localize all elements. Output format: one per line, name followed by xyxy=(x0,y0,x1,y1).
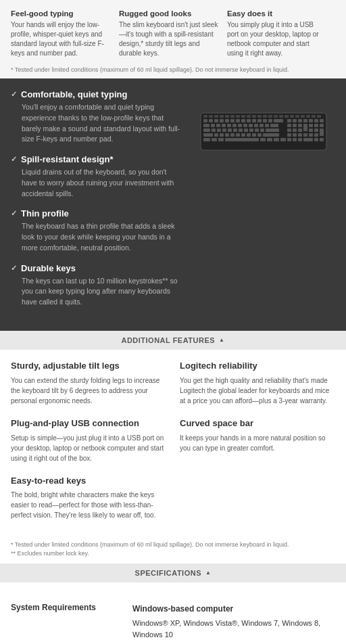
svg-rect-16 xyxy=(285,115,289,118)
feature-durable: Durable keys The keys can last up to 10 … xyxy=(11,263,183,308)
feat-spacebar-desc: It keeps your hands in a more natural po… xyxy=(180,433,335,453)
feat-tilt-legs: Sturdy, adjustable tilt legs You can ext… xyxy=(11,361,166,406)
features-disclaimer: * Tested under limited conditions (maxim… xyxy=(0,538,346,563)
svg-rect-59 xyxy=(298,124,302,127)
svg-rect-90 xyxy=(252,133,256,137)
svg-rect-15 xyxy=(279,115,283,118)
svg-rect-91 xyxy=(257,133,262,137)
svg-rect-60 xyxy=(303,124,307,131)
svg-rect-54 xyxy=(260,124,264,127)
svg-rect-13 xyxy=(268,115,272,118)
specs-section: System Requirements Windows-based comput… xyxy=(0,582,346,644)
dark-features: Comfortable, quiet typing You'll enjoy a… xyxy=(11,89,183,317)
svg-rect-35 xyxy=(268,119,272,122)
svg-rect-69 xyxy=(233,129,237,132)
svg-rect-23 xyxy=(203,119,207,122)
svg-rect-68 xyxy=(228,129,232,132)
svg-rect-82 xyxy=(203,133,213,137)
svg-rect-2 xyxy=(209,115,213,118)
svg-rect-32 xyxy=(252,119,256,122)
specs-header-label: SPECIFICATIONS xyxy=(0,569,346,577)
svg-rect-95 xyxy=(298,133,302,137)
feat-reliability: Logitech reliability You get the high qu… xyxy=(180,361,335,406)
svg-rect-66 xyxy=(217,129,221,132)
banner-col-1: Feel-good typing Your hands will enjoy t… xyxy=(11,9,119,58)
svg-rect-76 xyxy=(287,129,291,132)
svg-rect-64 xyxy=(203,129,210,132)
svg-rect-22 xyxy=(317,115,321,118)
banner-title-2: Rugged good looks xyxy=(119,9,219,18)
features-col-right: Logitech reliability You get the high qu… xyxy=(180,361,335,533)
svg-rect-94 xyxy=(293,133,297,137)
svg-rect-3 xyxy=(214,115,218,118)
svg-rect-21 xyxy=(312,115,316,118)
svg-rect-29 xyxy=(236,119,240,122)
svg-rect-88 xyxy=(241,133,245,137)
svg-rect-17 xyxy=(290,115,294,118)
svg-rect-34 xyxy=(263,119,267,122)
svg-rect-26 xyxy=(220,119,224,122)
svg-rect-97 xyxy=(309,133,313,137)
svg-rect-6 xyxy=(230,115,234,118)
feat-usb: Plug-and-play USB connection Setup is si… xyxy=(11,418,166,463)
svg-rect-8 xyxy=(241,115,245,118)
svg-rect-61 xyxy=(309,124,313,127)
feature-durable-desc: The keys can last up to 10 million keyst… xyxy=(11,276,183,308)
feat-tilt-desc: You can extend the sturdy folding legs t… xyxy=(11,375,166,406)
svg-rect-104 xyxy=(267,138,272,141)
windows-os: Windows® XP, Windows Vista®, Windows 7, … xyxy=(132,618,335,641)
specs-header-bar[interactable]: SPECIFICATIONS xyxy=(0,564,346,582)
feat-tilt-title: Sturdy, adjustable tilt legs xyxy=(11,361,166,372)
svg-rect-110 xyxy=(303,138,313,141)
svg-rect-44 xyxy=(203,124,209,127)
svg-rect-14 xyxy=(274,115,278,118)
svg-rect-81 xyxy=(320,129,324,136)
svg-rect-83 xyxy=(214,133,218,137)
svg-rect-46 xyxy=(216,124,220,127)
feature-thin-desc: The keyboard has a thin profile that add… xyxy=(11,221,183,253)
banner-desc-1: Your hands will enjoy the low-profile, w… xyxy=(11,20,111,58)
keyboard-image-area xyxy=(191,89,335,317)
svg-rect-48 xyxy=(227,124,231,127)
svg-rect-5 xyxy=(225,115,229,118)
feature-spill: Spill-resistant design* Liquid drains ou… xyxy=(11,154,183,199)
svg-rect-112 xyxy=(320,138,324,141)
svg-rect-49 xyxy=(232,124,237,127)
svg-rect-92 xyxy=(263,133,279,137)
svg-rect-36 xyxy=(274,119,283,122)
svg-rect-25 xyxy=(214,119,218,122)
dark-section: Comfortable, quiet typing You'll enjoy a… xyxy=(0,78,346,331)
svg-rect-78 xyxy=(298,129,302,132)
feature-comfortable: Comfortable, quiet typing You'll enjoy a… xyxy=(11,89,183,145)
svg-rect-108 xyxy=(293,138,297,141)
svg-rect-80 xyxy=(314,129,318,132)
svg-rect-107 xyxy=(287,138,291,141)
svg-rect-72 xyxy=(249,129,253,132)
spec-value-system: Windows-based computer Windows® XP, Wind… xyxy=(132,603,335,644)
additional-features-header[interactable]: ADDITIONAL FEATURES xyxy=(0,331,346,350)
banner-title-1: Feel-good typing xyxy=(11,9,111,18)
svg-rect-106 xyxy=(280,138,286,141)
svg-rect-89 xyxy=(247,133,251,137)
svg-rect-100 xyxy=(212,138,217,141)
disclaimer-line-1: * Tested under limited conditions (maxim… xyxy=(11,540,335,549)
keyboard-illustration xyxy=(199,110,328,154)
svg-rect-93 xyxy=(287,133,291,137)
svg-rect-41 xyxy=(309,119,313,122)
svg-rect-1 xyxy=(203,115,207,118)
svg-rect-45 xyxy=(211,124,215,127)
svg-rect-10 xyxy=(252,115,256,118)
top-disclaimer: * Tested under limited conditions (maxim… xyxy=(0,64,346,78)
svg-rect-86 xyxy=(230,133,234,137)
svg-rect-71 xyxy=(244,129,248,132)
features-grid: Sturdy, adjustable tilt legs You can ext… xyxy=(0,350,346,538)
feature-comfortable-title: Comfortable, quiet typing xyxy=(11,89,183,99)
spec-label-system: System Requirements xyxy=(11,603,132,612)
feature-thin-title: Thin profile xyxy=(11,208,183,218)
svg-rect-24 xyxy=(209,119,213,122)
svg-rect-103 xyxy=(260,138,266,141)
svg-rect-30 xyxy=(241,119,245,122)
feat-easyread: Easy-to-read keys The bold, bright white… xyxy=(11,476,166,521)
svg-rect-38 xyxy=(293,119,297,122)
feat-reliability-title: Logitech reliability xyxy=(180,361,335,372)
